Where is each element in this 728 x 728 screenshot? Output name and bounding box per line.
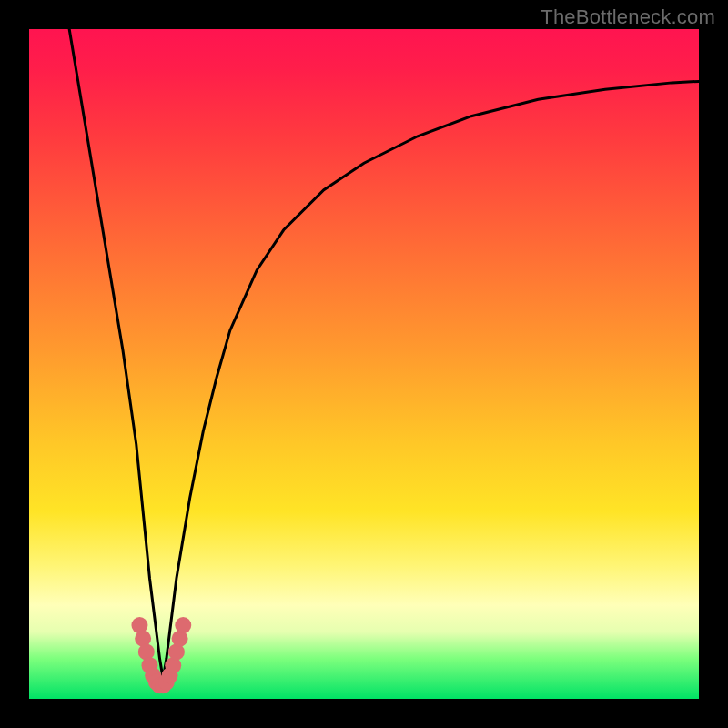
curve-layer	[29, 29, 699, 699]
chart-frame: TheBottleneck.com	[0, 0, 728, 728]
bottleneck-marker-band	[131, 617, 191, 693]
bottleneck-curve	[69, 29, 699, 679]
plot-area	[29, 29, 699, 699]
watermark-text: TheBottleneck.com	[541, 5, 715, 29]
marker-dot	[175, 617, 191, 633]
